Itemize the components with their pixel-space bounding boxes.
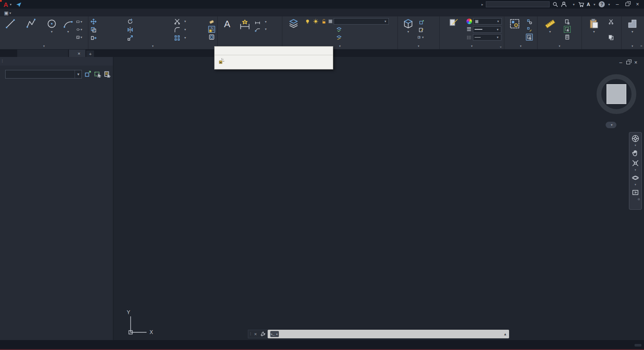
tab-start[interactable] (17, 50, 68, 57)
navigation-wheel-icon[interactable] (631, 134, 640, 143)
layer-select-dropdown[interactable]: ▾ (334, 18, 389, 25)
command-prompt-icon[interactable]: >_▾ (270, 331, 279, 337)
minimize-button[interactable]: – (613, 1, 621, 7)
line-button[interactable] (1, 17, 20, 42)
autocad-logo-icon[interactable]: A (3, 1, 8, 8)
doc-minimize-button[interactable]: – (617, 60, 625, 66)
store-cart-icon[interactable] (578, 1, 584, 7)
erase-button[interactable] (208, 18, 215, 25)
circle-button[interactable]: ▾ (44, 17, 60, 42)
panel-label-modify[interactable]: ▾ (88, 43, 217, 49)
calculator-icon[interactable] (564, 34, 571, 41)
doc-close-button[interactable]: × (632, 60, 640, 66)
match-properties-button[interactable] (441, 17, 466, 42)
layer-tool-icon[interactable] (312, 35, 318, 41)
layer-tool-icon[interactable] (327, 35, 334, 41)
cut-icon[interactable] (607, 18, 614, 25)
paste-button[interactable]: ▾ (583, 17, 605, 42)
panel-label-properties[interactable]: ▾⌄ (440, 43, 504, 49)
layer-tool-icon[interactable] (319, 35, 326, 41)
explode-button[interactable] (208, 26, 215, 33)
panel-label-draw[interactable]: ▾ (0, 43, 88, 49)
nav-collapse-icon[interactable]: ⊖ (638, 198, 640, 202)
arc-button[interactable]: ▾ (60, 17, 76, 42)
panel-label-block[interactable]: ▾ (398, 43, 439, 49)
text-button[interactable]: A (219, 17, 236, 42)
trim-button[interactable]: ▾ (173, 17, 207, 25)
palette-grip[interactable]: ⁞ (2, 59, 3, 63)
fillet-button[interactable]: ▾ (173, 25, 207, 34)
search-expand-icon[interactable]: ▸ (481, 3, 483, 6)
copy-clip-icon[interactable] (607, 34, 614, 41)
scale-button[interactable] (126, 34, 173, 42)
viewcube[interactable] (597, 74, 636, 114)
base-view-button[interactable]: ▾ (622, 17, 642, 42)
viewcube-top-face[interactable] (606, 84, 626, 104)
orbit-icon[interactable] (631, 173, 640, 182)
create-block-button[interactable] (418, 18, 428, 26)
polyline-button[interactable] (20, 17, 44, 42)
palette-header[interactable]: ⁞ (0, 57, 113, 66)
command-close-icon[interactable]: × (254, 331, 257, 337)
hatch-tool-icon[interactable]: ▾ (76, 34, 83, 41)
search-icon[interactable] (552, 1, 558, 7)
show-motion-icon[interactable] (631, 188, 640, 197)
lineweight-control[interactable]: ▾ (466, 26, 501, 33)
object-color-control[interactable]: ▾ (466, 18, 502, 25)
zoom-extents-icon[interactable] (631, 159, 640, 167)
autodesk-app-icon[interactable]: A (587, 2, 590, 7)
dimension-button[interactable] (236, 17, 254, 42)
nav-caret-icon[interactable]: ▾ (635, 169, 636, 172)
nav-caret-icon[interactable]: ▾ (635, 183, 636, 187)
app-caret-icon[interactable]: ▾ (594, 3, 595, 6)
select-objects-icon[interactable] (94, 70, 102, 78)
model-space-button[interactable] (635, 344, 641, 347)
logo-caret-icon[interactable]: ▾ (10, 3, 12, 6)
ungroup-icon[interactable] (526, 18, 533, 25)
tab-current-drawing[interactable]: × (69, 50, 85, 57)
layer-on-icon[interactable] (304, 18, 311, 25)
command-wrench-icon[interactable] (260, 331, 266, 337)
layer-properties-button[interactable] (283, 17, 304, 42)
new-drawing-tab-button[interactable]: + (86, 50, 94, 57)
insert-block-button[interactable]: ▾ (399, 17, 418, 42)
help-icon[interactable]: ? (599, 1, 605, 7)
drawing-canvas[interactable]: Y X – × ▾ ▾ ▾ ▾ ⊖ ⁞ × >_▾ (113, 57, 644, 340)
block-editor-icon[interactable]: ▾ (418, 34, 425, 41)
quick-select-icon[interactable] (564, 18, 571, 25)
ellipse-tool-icon[interactable]: ▾ (76, 26, 83, 33)
command-input[interactable]: >_▾ ▲ (268, 330, 509, 338)
panel-label-clipboard[interactable] (582, 43, 621, 49)
layer-thaw-icon[interactable] (312, 18, 319, 25)
toggle-pickadd-icon[interactable] (84, 70, 92, 78)
edit-attributes-icon[interactable] (418, 26, 425, 33)
pan-icon[interactable] (631, 149, 640, 158)
ribbon-collapse-icon[interactable]: » (641, 44, 642, 48)
group-select-toggle-icon[interactable] (526, 34, 533, 41)
nav-caret-icon[interactable]: ▾ (635, 144, 636, 148)
copy-button[interactable] (89, 25, 126, 34)
mirror-button[interactable] (126, 25, 173, 34)
search-input[interactable] (486, 1, 550, 7)
group-edit-icon[interactable] (526, 26, 533, 33)
layer-tool-icon[interactable] (304, 35, 310, 41)
workspace-switch-icon[interactable]: ▣▾ (4, 9, 12, 16)
layer-color-swatch[interactable] (328, 19, 332, 23)
layer-tool-icon[interactable] (319, 27, 326, 32)
user-icon[interactable] (561, 1, 567, 7)
help-caret-icon[interactable]: ▾ (608, 3, 610, 6)
rotate-button[interactable] (126, 17, 173, 25)
layer-tool-icon[interactable] (304, 27, 310, 32)
match-layer-button[interactable] (335, 34, 345, 42)
measure-button[interactable]: ▾ (538, 17, 562, 42)
panel-label-utilities[interactable]: ▾ (538, 43, 581, 49)
move-button[interactable] (89, 17, 126, 25)
wcs-dropdown[interactable]: ▾ (606, 122, 616, 128)
close-button[interactable]: × (634, 1, 641, 7)
dialog-launcher-icon[interactable]: ⌄ (499, 44, 502, 48)
layer-tool-icon[interactable] (327, 27, 334, 32)
array-button[interactable]: ▾ (173, 34, 207, 42)
close-tab-icon[interactable]: × (78, 51, 80, 56)
command-grip[interactable]: ⁞ (250, 332, 251, 336)
object-type-dropdown[interactable]: ▼ (5, 70, 82, 79)
